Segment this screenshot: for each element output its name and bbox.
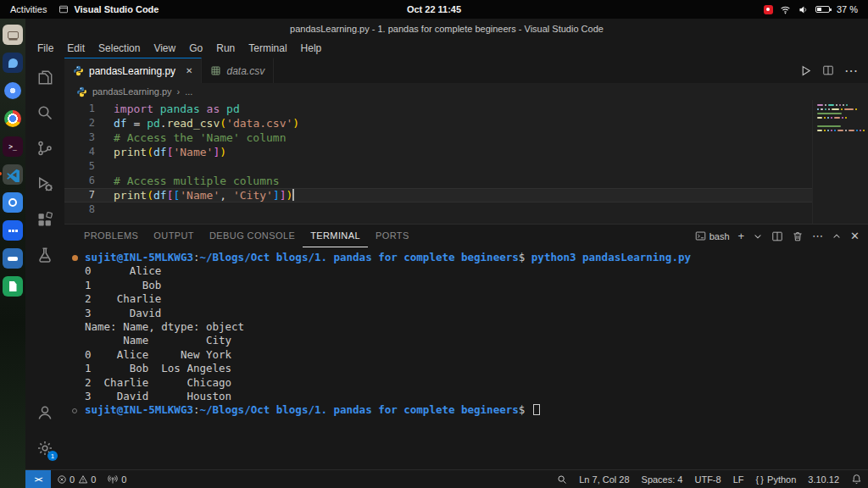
python-interpreter[interactable]: 3.10.12 [802,474,845,485]
split-terminal-icon[interactable] [771,230,783,242]
terminal-gutter [71,362,85,375]
focused-app-indicator[interactable]: Visual Studio Code [58,4,159,14]
volume-icon [798,4,809,15]
line-number[interactable]: 6 [64,174,114,188]
menu-view[interactable]: View [147,41,182,56]
panel-tab-terminal[interactable]: TERMINAL [303,225,368,247]
run-python-file-button[interactable] [799,64,812,77]
menu-go[interactable]: Go [182,41,209,56]
source-control-icon[interactable] [25,130,64,166]
csv-file-icon [210,65,221,76]
minimap[interactable] [812,100,868,224]
breadcrumb-file[interactable]: pandasLearning.py [92,86,172,97]
zoom-indicator-icon[interactable] [551,474,573,485]
shell-label: bash [709,231,730,241]
more-actions-icon[interactable]: ⋯ [844,63,858,79]
tab-data.csv[interactable]: data.csv [202,58,274,83]
shell-picker[interactable]: bash [695,230,730,241]
code-line[interactable]: 7print(df[['Name', 'City']]) [64,188,812,202]
libreoffice-dock-icon[interactable] [3,276,23,297]
panel-header: PROBLEMSOUTPUTDEBUG CONSOLETERMINALPORTS… [64,225,868,247]
notifications-bell-icon[interactable] [845,474,868,485]
code-line[interactable]: 5 [64,159,812,174]
code-line[interactable]: 3# Access the 'Name' column [64,130,812,145]
account-icon[interactable] [25,395,64,430]
ports-status[interactable]: 0 [102,470,132,488]
settings-dock-icon[interactable] [3,192,23,213]
panel-tab-ports[interactable]: PORTS [368,225,417,247]
terminal-text: 2 Charlie [85,292,161,306]
line-number[interactable]: 7 [64,188,114,202]
line-number[interactable]: 4 [64,145,114,159]
code-line[interactable]: 4print(df['Name']) [64,145,812,159]
files-dock-icon[interactable] [3,25,23,45]
code-line[interactable]: 2df = pd.read_csv('data.csv') [64,116,812,130]
settings-badge: 1 [47,451,58,461]
run-debug-icon[interactable] [25,166,64,202]
extensions-icon[interactable] [25,202,64,237]
menu-run[interactable]: Run [209,41,242,56]
line-number[interactable]: 2 [64,116,114,130]
terminal-gutter [71,320,85,334]
eol-status[interactable]: LF [727,474,750,485]
menu-help[interactable]: Help [294,41,329,56]
line-number[interactable]: 8 [64,202,114,217]
panel-tab-problems[interactable]: PROBLEMS [76,225,146,247]
line-number[interactable]: 3 [64,130,114,145]
new-terminal-button[interactable]: + [738,230,745,241]
code-line[interactable]: 1import pandas as pd [64,102,812,116]
close-tab-icon[interactable]: ✕ [186,66,192,75]
explorer-icon[interactable] [25,59,64,95]
menubar: FileEditSelectionViewGoRunTerminalHelp [25,39,868,58]
chrome-dock-icon[interactable] [3,108,23,129]
line-number[interactable]: 5 [64,159,114,174]
code-lines: 1import pandas as pd2df = pd.read_csv('d… [64,100,812,224]
code-editor[interactable]: 1import pandas as pd2df = pd.read_csv('d… [64,100,868,224]
code-text: # Access multiple columns [114,174,280,188]
terminal-profile-dropdown-icon[interactable] [753,231,763,241]
window-titlebar[interactable]: pandasLearning.py - 1. pandas for comple… [25,19,868,39]
maximize-panel-icon[interactable] [832,231,842,241]
menu-edit[interactable]: Edit [60,41,92,56]
clock[interactable]: Oct 22 11:45 [407,4,461,14]
window-icon [58,4,69,14]
terminal-dock-icon[interactable]: >_ [3,136,23,157]
terminal-output[interactable]: sujit@INL-5MLKWG3:~/Blogs/Oct blogs/1. p… [64,247,868,469]
encoding-status[interactable]: UTF-8 [688,474,726,485]
system-tray[interactable]: 37 % [764,4,858,15]
code-text: import pandas as pd [114,102,240,116]
language-mode[interactable]: { } Python [749,474,802,485]
settings-gear-icon[interactable]: 1 [25,430,64,466]
recording-indicator-icon [764,5,773,14]
activities-button[interactable]: Activities [10,4,47,14]
close-panel-icon[interactable]: ✕ [850,230,860,241]
code-line[interactable]: 8 [64,202,812,217]
panel-more-icon[interactable]: ⋯ [812,230,823,241]
menu-selection[interactable]: Selection [92,41,147,56]
split-editor-icon[interactable] [822,64,834,76]
line-number[interactable]: 1 [64,102,114,116]
remmina-dock-icon[interactable] [3,248,23,269]
remote-window-button[interactable]: >< [25,470,51,488]
broadcast-icon [108,474,118,485]
code-line[interactable]: 6# Access multiple columns [64,174,812,188]
panel-tab-debug-console[interactable]: DEBUG CONSOLE [202,225,303,247]
python-file-icon [73,65,84,76]
breadcrumb-ellipsis[interactable]: ... [185,86,192,97]
cursor-position[interactable]: Ln 7, Col 28 [573,474,635,485]
search-icon[interactable] [25,95,64,130]
docker-dock-icon[interactable] [3,220,23,241]
tab-pandasLearning.py[interactable]: pandasLearning.py✕ [64,58,202,83]
screen: Activities Visual Studio Code Oct 22 11:… [0,0,868,488]
gedit-dock-icon[interactable] [3,53,23,73]
testing-icon[interactable] [25,237,64,273]
menu-terminal[interactable]: Terminal [242,41,293,56]
chromium-dock-icon[interactable] [3,80,23,101]
breadcrumb[interactable]: pandasLearning.py › ... [64,83,868,100]
kill-terminal-icon[interactable] [792,230,804,242]
problems-status[interactable]: 0 0 [51,470,102,488]
panel-tab-output[interactable]: OUTPUT [146,225,202,247]
indentation-status[interactable]: Spaces: 4 [636,474,689,485]
vscode-dock-icon[interactable] [3,164,23,185]
menu-file[interactable]: File [31,41,60,56]
